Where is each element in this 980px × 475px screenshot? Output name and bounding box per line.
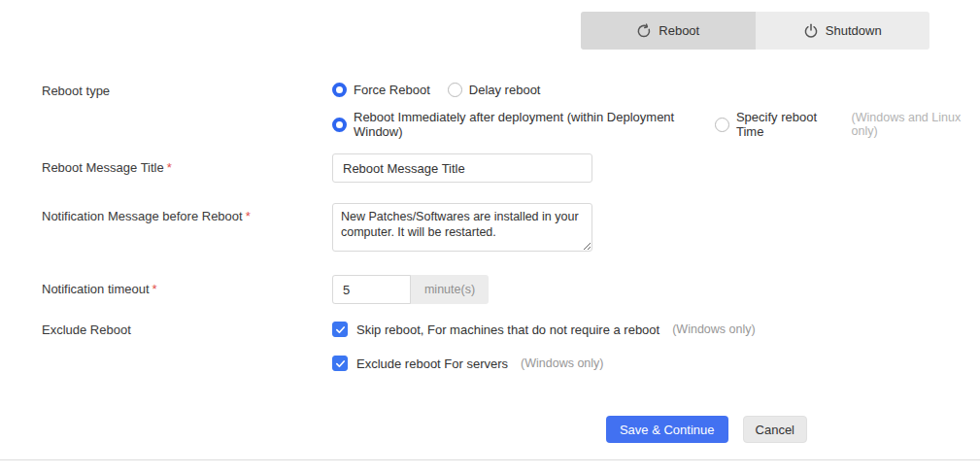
- tab-reboot[interactable]: Reboot: [581, 12, 756, 50]
- reboot-icon: [636, 23, 652, 39]
- message-title-input[interactable]: [332, 153, 592, 183]
- tab-shutdown-label: Shutdown: [826, 23, 882, 38]
- message-title-label: Reboot Message Title: [42, 160, 164, 175]
- radio-specify-reboot-time-control[interactable]: [715, 118, 729, 132]
- radio-reboot-immediately[interactable]: Reboot Immediately after deployment (wit…: [332, 110, 697, 139]
- timeout-unit-label: minute(s): [411, 275, 489, 304]
- form-actions: Save & Continue Cancel: [0, 416, 980, 443]
- radio-reboot-immediately-label: Reboot Immediately after deployment (wit…: [354, 110, 697, 139]
- radio-delay-reboot-control[interactable]: [448, 83, 462, 97]
- timeout-input-group: minute(s): [332, 275, 489, 304]
- row-exclude-reboot: Exclude Reboot Skip reboot, For machines…: [0, 322, 980, 371]
- exclude-servers-label: Exclude reboot For servers: [356, 356, 508, 371]
- radio-delay-reboot-label: Delay reboot: [469, 83, 541, 97]
- required-asterisk: *: [167, 160, 172, 175]
- radio-delay-reboot[interactable]: Delay reboot: [448, 83, 541, 97]
- reboot-settings-form: Reboot type Force Reboot Delay reboot Re…: [0, 83, 980, 371]
- row-reboot-type: Reboot type Force Reboot Delay reboot Re…: [0, 83, 980, 139]
- required-asterisk: *: [152, 282, 157, 296]
- specify-reboot-time-hint: (Windows and Linux only): [852, 111, 980, 138]
- notification-timeout-label: Notification timeout: [42, 282, 150, 296]
- radio-force-reboot-label: Force Reboot: [354, 83, 430, 97]
- timeout-input[interactable]: [332, 275, 411, 304]
- cancel-button[interactable]: Cancel: [743, 416, 807, 443]
- skip-reboot-label: Skip reboot, For machines that do not re…: [356, 322, 659, 337]
- footer-divider: [0, 459, 980, 460]
- row-notification-timeout: Notification timeout* minute(s): [0, 275, 980, 304]
- power-action-tabs: Reboot Shutdown: [581, 12, 929, 50]
- required-asterisk: *: [246, 209, 251, 223]
- save-continue-button[interactable]: Save & Continue: [606, 416, 728, 443]
- radio-reboot-immediately-control[interactable]: [332, 118, 347, 132]
- radio-specify-reboot-time[interactable]: Specify reboot Time: [715, 110, 838, 139]
- exclude-reboot-label: Exclude Reboot: [0, 322, 332, 371]
- tab-reboot-label: Reboot: [659, 23, 699, 38]
- row-notification-message: Notification Message before Reboot* New …: [0, 203, 980, 254]
- reboot-type-label: Reboot type: [0, 83, 332, 139]
- radio-force-reboot[interactable]: Force Reboot: [332, 83, 430, 97]
- exclude-servers-checkbox[interactable]: [332, 356, 348, 371]
- exclude-servers-hint: (Windows only): [521, 356, 603, 370]
- notification-message-textarea[interactable]: New Patches/Softwares are installed in y…: [332, 203, 592, 252]
- skip-reboot-checkbox[interactable]: [332, 322, 348, 337]
- power-icon: [803, 23, 819, 39]
- radio-force-reboot-control[interactable]: [332, 83, 347, 97]
- row-message-title: Reboot Message Title*: [0, 153, 980, 183]
- notification-message-label: Notification Message before Reboot: [42, 209, 243, 223]
- tab-shutdown[interactable]: Shutdown: [756, 12, 930, 50]
- radio-specify-reboot-time-label: Specify reboot Time: [736, 110, 838, 139]
- skip-reboot-hint: (Windows only): [672, 322, 755, 336]
